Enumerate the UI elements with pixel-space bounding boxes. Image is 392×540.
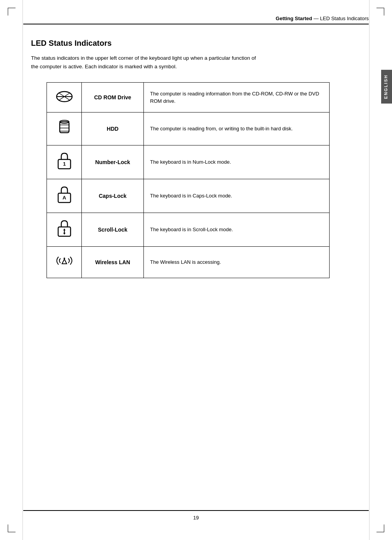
page-footer: 19 xyxy=(23,510,369,521)
icon-cell-wireless xyxy=(47,247,82,278)
desc-cell-capslock: The keyboard is in Caps-Lock mode. xyxy=(144,179,330,213)
desc-cell-scrolllock: The keyboard is in Scroll-Lock mode. xyxy=(144,213,330,247)
number-lock-icon: 1 xyxy=(56,151,73,170)
table-row: Wireless LAN The Wireless LAN is accessi… xyxy=(47,247,330,278)
icon-cell-numlock: 1 xyxy=(47,145,82,179)
table-row: 1 Number-Lock The keyboard is in Num-Loc… xyxy=(47,145,330,179)
table-row: A Caps-Lock The keyboard is in Caps-Lock… xyxy=(47,179,330,213)
svg-marker-15 xyxy=(63,228,66,230)
language-tab: ENGLISH xyxy=(381,70,392,104)
desc-cell-hdd: The computer is reading from, or writing… xyxy=(144,112,330,145)
main-content: LED Status Indicators The status indicat… xyxy=(31,31,353,278)
name-cell-cd-rom: CD ROM Drive xyxy=(82,83,144,112)
icon-cell-hdd xyxy=(47,112,82,145)
page-header: Getting Started — LED Status Indicators xyxy=(23,16,369,24)
name-cell-numlock: Number-Lock xyxy=(82,145,144,179)
table-row: HDD The computer is reading from, or wri… xyxy=(47,112,330,145)
desc-cell-wireless: The Wireless LAN is accessing. xyxy=(144,247,330,278)
svg-text:A: A xyxy=(62,195,66,201)
header-separator: — xyxy=(314,16,320,21)
name-cell-capslock: Caps-Lock xyxy=(82,179,144,213)
page-number: 19 xyxy=(193,515,199,521)
icon-cell-capslock: A xyxy=(47,179,82,213)
indicators-table: CD ROM Drive The computer is reading inf… xyxy=(47,82,330,278)
desc-cell-cd-rom: The computer is reading information from… xyxy=(144,83,330,112)
page-title: LED Status Indicators xyxy=(31,39,353,48)
icon-cell-cd-rom xyxy=(47,83,82,112)
section-description: The status indicators in the upper left … xyxy=(31,54,264,71)
header-chapter: Getting Started xyxy=(276,16,312,21)
table-row: CD ROM Drive The computer is reading inf… xyxy=(47,83,330,112)
svg-marker-17 xyxy=(62,259,67,264)
hdd-icon xyxy=(57,118,72,137)
svg-marker-16 xyxy=(63,233,66,235)
name-cell-wireless: Wireless LAN xyxy=(82,247,144,278)
name-cell-scrolllock: Scroll-Lock xyxy=(82,213,144,247)
icon-cell-scrolllock xyxy=(47,213,82,247)
scroll-lock-icon xyxy=(56,218,73,238)
cd-rom-icon xyxy=(55,88,74,104)
svg-point-18 xyxy=(64,258,65,259)
desc-cell-numlock: The keyboard is in Num-Lock mode. xyxy=(144,145,330,179)
table-row: Scroll-Lock The keyboard is in Scroll-Lo… xyxy=(47,213,330,247)
header-section: LED Status Indicators xyxy=(320,16,369,21)
name-cell-hdd: HDD xyxy=(82,112,144,145)
wireless-lan-icon xyxy=(54,252,75,269)
caps-lock-icon: A xyxy=(56,185,73,204)
svg-text:1: 1 xyxy=(63,161,66,167)
